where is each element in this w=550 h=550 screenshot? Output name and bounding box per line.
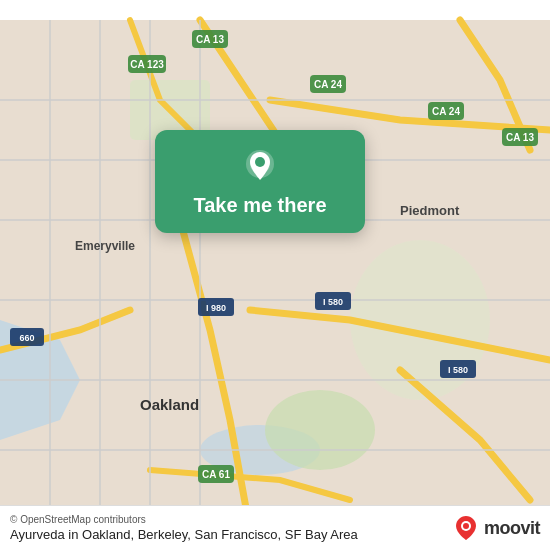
svg-text:I 580: I 580 xyxy=(323,297,343,307)
svg-text:I 580: I 580 xyxy=(448,365,468,375)
svg-point-45 xyxy=(463,523,469,529)
svg-text:Emeryville: Emeryville xyxy=(75,239,135,253)
place-name-text: Ayurveda in Oakland, Berkeley, San Franc… xyxy=(10,527,358,542)
svg-text:CA 24: CA 24 xyxy=(432,106,460,117)
attribution-text: © OpenStreetMap contributors xyxy=(10,514,358,525)
map-container: CA 13 CA 24 CA 123 CA 13 I 980 I 580 I 5… xyxy=(0,0,550,550)
svg-text:I 980: I 980 xyxy=(206,303,226,313)
moovit-icon xyxy=(452,514,480,542)
svg-point-3 xyxy=(265,390,375,470)
svg-text:660: 660 xyxy=(19,333,34,343)
location-pin-icon xyxy=(242,148,278,184)
bottom-bar: © OpenStreetMap contributors Ayurveda in… xyxy=(0,505,550,550)
svg-text:CA 24: CA 24 xyxy=(314,79,342,90)
moovit-brand-text: moovit xyxy=(484,518,540,539)
map-svg: CA 13 CA 24 CA 123 CA 13 I 980 I 580 I 5… xyxy=(0,0,550,550)
bottom-left: © OpenStreetMap contributors Ayurveda in… xyxy=(10,514,358,542)
svg-point-43 xyxy=(255,157,265,167)
take-me-there-label: Take me there xyxy=(193,194,326,217)
svg-text:CA 123: CA 123 xyxy=(130,59,164,70)
svg-text:Oakland: Oakland xyxy=(140,396,199,413)
moovit-logo: moovit xyxy=(452,514,540,542)
svg-text:CA 13: CA 13 xyxy=(196,34,224,45)
svg-text:CA 61: CA 61 xyxy=(202,469,230,480)
take-me-there-popup[interactable]: Take me there xyxy=(155,130,365,233)
svg-text:CA 13: CA 13 xyxy=(506,132,534,143)
svg-text:Piedmont: Piedmont xyxy=(400,203,460,218)
